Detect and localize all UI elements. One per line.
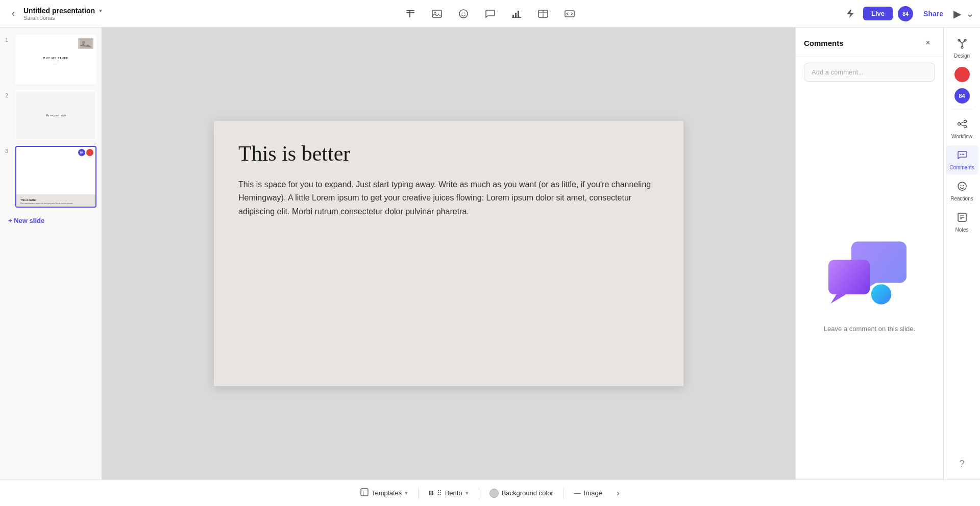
- lightning-button[interactable]: [842, 6, 858, 22]
- comments-panel: Comments × Add a comment...: [795, 28, 943, 479]
- svg-rect-9: [515, 13, 517, 17]
- sidebar-divider-1: [952, 110, 972, 110]
- text-insert-icon[interactable]: [402, 6, 419, 22]
- close-comments-button[interactable]: ×: [921, 36, 935, 50]
- bento-button[interactable]: B ⠿ Bento ▾: [423, 486, 474, 500]
- comments-empty-state: Leave a comment on this slide.: [796, 88, 943, 479]
- topbar-right: Live 84 Share ▶ ⌄: [821, 6, 974, 22]
- separator-3: [564, 487, 564, 499]
- title-block: Untitled presentation ▾ Sarah Jonas: [23, 7, 102, 21]
- slide-number-3: 3: [5, 148, 12, 154]
- comment-input[interactable]: Add a comment...: [804, 63, 935, 82]
- svg-point-23: [871, 284, 891, 305]
- background-color-button[interactable]: Background color: [483, 486, 559, 501]
- svg-point-35: [958, 182, 966, 190]
- slide-canvas[interactable]: This is better This is space for you to …: [214, 121, 683, 386]
- svg-point-4: [434, 12, 436, 13]
- help-sidebar-btn[interactable]: ?: [946, 454, 978, 473]
- reactions-label: Reactions: [950, 196, 973, 201]
- workflow-icon: [957, 118, 968, 132]
- canvas-area[interactable]: This is better This is space for you to …: [102, 28, 795, 479]
- svg-point-6: [462, 12, 463, 13]
- live-button[interactable]: Live: [863, 7, 893, 20]
- svg-point-34: [963, 154, 964, 155]
- design-sidebar-btn[interactable]: Design: [946, 34, 978, 63]
- presentation-title: Untitled presentation: [23, 7, 95, 15]
- notes-icon: [957, 212, 968, 225]
- play-button[interactable]: ▶: [953, 8, 961, 20]
- svg-point-27: [958, 123, 960, 125]
- slide-item-3[interactable]: 3 This is better This is space for you t…: [4, 145, 97, 209]
- bottom-bar: Templates ▾ B ⠿ Bento ▾ Background color…: [0, 479, 980, 506]
- comments-title: Comments: [804, 39, 844, 47]
- slide-thumb-content-3: This is better This is space for you to …: [16, 194, 95, 207]
- slide-thumb-content-2: My very own style: [16, 91, 95, 139]
- slide-body[interactable]: This is space for you to expand. Just st…: [238, 178, 657, 218]
- bento-caret: ▾: [465, 490, 469, 496]
- svg-rect-2: [409, 10, 410, 17]
- chart-insert-icon[interactable]: [508, 6, 525, 22]
- main-area: 1 BUY MY STUFF — — — 2: [0, 28, 980, 479]
- slide-thumb-1[interactable]: BUY MY STUFF — — —: [15, 35, 96, 84]
- sidebar-avatar-blue[interactable]: 84: [954, 88, 970, 104]
- notes-label: Notes: [955, 227, 968, 233]
- background-color-swatch: [489, 489, 499, 498]
- slide-panel: 1 BUY MY STUFF — — — 2: [0, 28, 102, 479]
- comments-sidebar-icon: [957, 149, 968, 163]
- embed-insert-icon[interactable]: [561, 6, 578, 22]
- badge-user-84: 84: [78, 149, 85, 156]
- svg-rect-42: [361, 489, 368, 496]
- svg-point-36: [960, 185, 961, 186]
- slide-item-2[interactable]: 2 My very own style: [4, 89, 97, 141]
- title-caret[interactable]: ▾: [99, 7, 102, 14]
- svg-rect-3: [432, 10, 442, 17]
- reactions-sidebar-btn[interactable]: Reactions: [946, 176, 978, 206]
- separator-1: [418, 487, 419, 499]
- comments-sidebar-label: Comments: [949, 165, 974, 170]
- bento-label: Bento: [445, 489, 462, 497]
- back-button[interactable]: ‹: [6, 7, 20, 21]
- presentation-user: Sarah Jonas: [23, 15, 102, 21]
- slide-title[interactable]: This is better: [238, 141, 659, 166]
- more-button[interactable]: ⌄: [966, 8, 974, 19]
- topbar-center: [163, 6, 817, 22]
- badge-red: [86, 149, 93, 156]
- notes-sidebar-btn[interactable]: Notes: [946, 208, 978, 237]
- svg-line-30: [960, 122, 964, 123]
- right-sidebar: Design 84 Workflow Comments Reactions: [943, 28, 980, 479]
- sidebar-avatar-red[interactable]: [954, 67, 970, 82]
- svg-rect-21: [828, 260, 870, 294]
- comments-sidebar-btn[interactable]: Comments: [946, 145, 978, 174]
- image-button[interactable]: — Image: [568, 486, 608, 500]
- templates-label: Templates: [372, 489, 402, 497]
- workflow-sidebar-btn[interactable]: Workflow: [946, 114, 978, 143]
- templates-button[interactable]: Templates ▾: [354, 485, 414, 501]
- thumb1-image: [78, 38, 93, 49]
- image-insert-icon[interactable]: [429, 6, 445, 22]
- help-icon: ?: [959, 459, 964, 469]
- svg-rect-44: [363, 491, 363, 496]
- background-color-label: Background color: [502, 489, 553, 497]
- svg-rect-8: [512, 15, 514, 17]
- slide-thumb-2[interactable]: My very own style: [15, 90, 96, 140]
- emoji-insert-icon[interactable]: [455, 6, 472, 22]
- svg-line-31: [960, 124, 964, 126]
- bento-dot: ⠿: [437, 489, 442, 497]
- svg-point-5: [459, 10, 468, 18]
- slide-thumb-3[interactable]: This is better This is space for you to …: [15, 146, 96, 208]
- new-slide-button[interactable]: + New slide: [4, 213, 97, 229]
- expand-button[interactable]: ›: [610, 486, 626, 501]
- slide-thumb-content-1: BUY MY STUFF — — —: [16, 36, 95, 83]
- comment-placeholder: Add a comment...: [812, 68, 864, 76]
- table-insert-icon[interactable]: [535, 6, 551, 22]
- slide-number-2: 2: [5, 92, 12, 98]
- reactions-icon: [957, 181, 968, 194]
- user-avatar[interactable]: 84: [898, 6, 913, 21]
- slide-number-1: 1: [5, 37, 12, 43]
- share-button[interactable]: Share: [918, 7, 948, 21]
- templates-caret: ▾: [405, 490, 408, 496]
- slide-item-1[interactable]: 1 BUY MY STUFF — — —: [4, 34, 97, 85]
- svg-point-28: [964, 120, 966, 123]
- comment-insert-icon[interactable]: [482, 6, 498, 22]
- image-label: Image: [584, 489, 602, 497]
